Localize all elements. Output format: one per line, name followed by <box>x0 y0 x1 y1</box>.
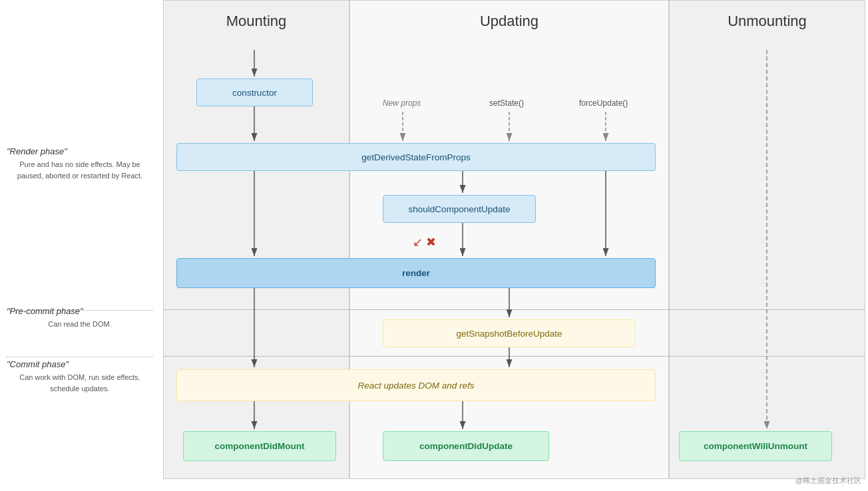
render-phase-desc: Pure and has no side effects. May be pau… <box>7 159 153 181</box>
precommit-phase-label: "Pre-commit phase" <box>7 306 153 316</box>
render-phase-label: "Render phase" <box>7 146 153 156</box>
unmounting-header: Unmounting <box>670 1 865 37</box>
component-did-update-box: componentDidUpdate <box>383 431 549 461</box>
component-will-unmount-box: componentWillUnmount <box>679 431 832 461</box>
constructor-box: constructor <box>196 79 313 106</box>
new-props-label: New props <box>383 98 421 108</box>
updating-column: Updating <box>349 0 669 479</box>
annotations-panel: "Render phase" Pure and has no side effe… <box>0 0 163 491</box>
mounting-column: Mounting <box>163 0 349 479</box>
precommit-phase-annotation: "Pre-commit phase" Can read the DOM. <box>7 306 153 330</box>
phase-line-2 <box>163 356 865 357</box>
updating-header: Updating <box>350 1 668 37</box>
get-derived-state-box: getDerivedStateFromProps <box>176 143 656 171</box>
phase-line-1 <box>163 309 865 310</box>
diagram-area: Mounting Updating Unmounting New props s… <box>163 0 868 491</box>
commit-phase-annotation: "Commit phase" Can work with DOM, run si… <box>7 359 153 394</box>
stop-mark: ↙ ✖ <box>413 235 436 249</box>
render-box: render <box>176 258 656 288</box>
watermark: @稀土掘金技术社区 <box>795 476 861 486</box>
setstate-label: setState() <box>489 98 524 108</box>
react-updates-dom-box: React updates DOM and refs <box>176 369 656 401</box>
commit-phase-label: "Commit phase" <box>7 359 153 369</box>
commit-phase-desc: Can work with DOM, run side effects, sch… <box>7 372 153 394</box>
component-did-mount-box: componentDidMount <box>183 431 336 461</box>
forceupdate-label: forceUpdate() <box>579 98 628 108</box>
unmounting-column: Unmounting <box>669 0 865 479</box>
should-component-update-box: shouldComponentUpdate <box>383 195 536 223</box>
get-snapshot-box: getSnapshotBeforeUpdate <box>383 319 636 347</box>
precommit-phase-desc: Can read the DOM. <box>7 319 153 330</box>
divider-2 <box>7 357 153 357</box>
mounting-header: Mounting <box>164 1 349 37</box>
render-phase-annotation: "Render phase" Pure and has no side effe… <box>7 146 153 181</box>
